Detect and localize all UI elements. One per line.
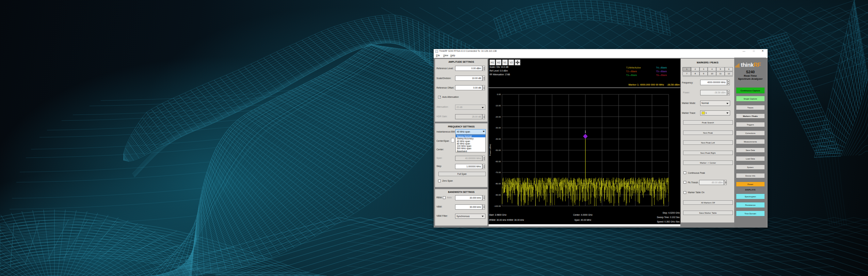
svg-text:-10.00: -10.00: [495, 104, 501, 106]
svg-text:T2—/Blank: T2—/Blank: [626, 70, 637, 73]
svg-text:RF Attenuation: 17dB: RF Attenuation: 17dB: [489, 73, 510, 75]
svg-text:T4—/Blank: T4—/Blank: [656, 66, 667, 69]
svg-text:-50.00: -50.00: [495, 149, 501, 151]
svg-text:V2: V2: [510, 61, 513, 63]
svg-text:-80.00: -80.00: [495, 183, 501, 185]
svg-text:V1: V1: [503, 61, 507, 63]
svg-text:T1/Write/Active: T1/Write/Active: [626, 66, 641, 69]
svg-text:Start: 3.9800 GHz: Start: 3.9800 GHz: [489, 213, 506, 216]
svg-text:Sweep Time: 0.102 Sec: Sweep Time: 0.102 Sec: [657, 216, 680, 219]
svg-text:Marker 1: 4000.000 000 00 MHz: Marker 1: 4000.000 000 00 MHz -38.58 dBm: [628, 83, 680, 86]
svg-text:Scale / Div: 10.0 dB: Scale / Div: 10.0 dB: [489, 65, 508, 68]
svg-text:Power (dBm): Power (dBm): [489, 144, 491, 156]
svg-text:H2: H2: [497, 61, 500, 63]
svg-text:1: 1: [584, 130, 586, 134]
svg-text:H1: H1: [491, 61, 494, 63]
svg-text:-20.00: -20.00: [495, 116, 501, 118]
svg-text:#RBW: 30.00 kHz #VBW: 30.00 kH: #RBW: 30.00 kHz #VBW: 30.00 kHz: [489, 219, 524, 221]
svg-text:Span: 40.00 MHz: Span: 40.00 MHz: [574, 218, 591, 221]
svg-text:Center: 4.0000 GHz: Center: 4.0000 GHz: [573, 214, 592, 216]
svg-text:T5—/Blank: T5—/Blank: [656, 70, 667, 73]
svg-text:-100.00: -100.00: [494, 205, 501, 207]
svg-text:Speed: 0.392 GHz /Sec: Speed: 0.392 GHz /Sec: [657, 220, 680, 223]
svg-text:-30.00: -30.00: [495, 127, 501, 129]
svg-text:Ref Level: 0.0 dBm: Ref Level: 0.0 dBm: [489, 69, 508, 72]
svg-text:Stop: 4.0200 GHz: Stop: 4.0200 GHz: [662, 212, 680, 214]
svg-text:-40.00: -40.00: [495, 138, 501, 140]
svg-text:-60.00: -60.00: [495, 160, 501, 162]
svg-text:T6—/Blank: T6—/Blank: [656, 74, 667, 76]
svg-text:-70.00: -70.00: [495, 171, 501, 173]
svg-text:T3—/Blank: T3—/Blank: [626, 74, 637, 76]
svg-text:-90.00: -90.00: [495, 194, 501, 196]
svg-text:0.00: 0.00: [497, 93, 501, 95]
